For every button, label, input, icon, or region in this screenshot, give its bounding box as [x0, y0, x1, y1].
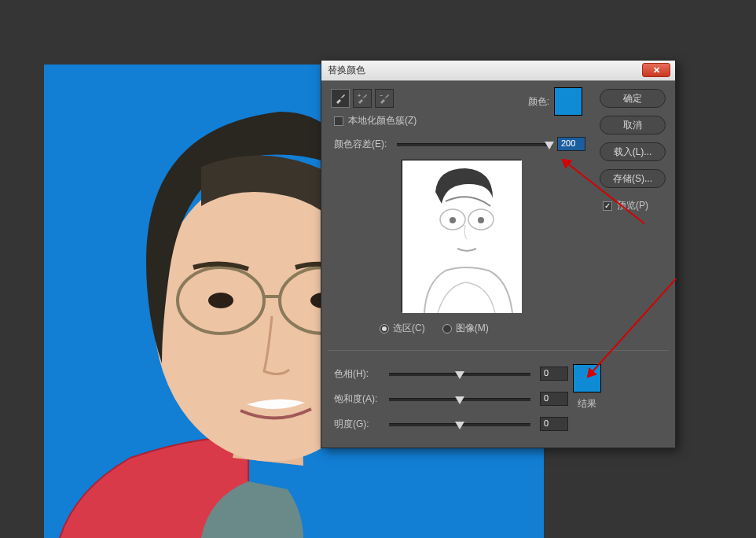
hue-label: 色相(H):: [334, 367, 369, 381]
result-label: 结果: [578, 397, 596, 411]
fuzziness-input[interactable]: 200: [557, 137, 585, 151]
save-button[interactable]: 存储(S)...: [600, 169, 666, 188]
color-label: 颜色:: [528, 95, 549, 109]
saturation-label: 饱和度(A):: [334, 392, 377, 406]
lightness-input[interactable]: 0: [540, 417, 568, 431]
svg-point-5: [208, 293, 233, 308]
saturation-slider[interactable]: [389, 398, 530, 401]
selection-preview: [402, 160, 521, 312]
fuzziness-slider[interactable]: [397, 143, 552, 146]
dialog-title: 替换颜色: [328, 64, 365, 77]
hue-slider[interactable]: [389, 373, 530, 376]
slider-thumb-icon[interactable]: [455, 396, 464, 404]
eyedropper-tool[interactable]: [331, 89, 350, 108]
selection-radio[interactable]: [380, 324, 389, 333]
selection-radio-label: 选区(C): [393, 322, 425, 335]
fuzziness-label: 颜色容差(E):: [334, 138, 387, 151]
svg-text:−: −: [380, 93, 383, 98]
lightness-label: 明度(G):: [334, 418, 369, 431]
slider-thumb-icon[interactable]: [545, 142, 554, 149]
lightness-slider[interactable]: [389, 423, 530, 426]
eyedropper-subtract-tool[interactable]: −: [375, 89, 394, 108]
dialog-titlebar[interactable]: 替换颜色 ✕: [321, 61, 675, 81]
slider-thumb-icon[interactable]: [455, 422, 464, 429]
saturation-input[interactable]: 0: [540, 392, 568, 406]
localized-checkbox[interactable]: [334, 116, 343, 126]
selection-color-swatch[interactable]: [554, 87, 582, 116]
ok-button[interactable]: 确定: [600, 89, 666, 108]
svg-text:+: +: [358, 93, 361, 98]
hue-input[interactable]: 0: [540, 367, 568, 381]
close-button[interactable]: ✕: [642, 63, 670, 77]
cancel-button[interactable]: 取消: [600, 116, 666, 134]
svg-point-12: [450, 217, 456, 223]
localized-label: 本地化颜色簇(Z): [348, 114, 417, 127]
replace-color-dialog: 替换颜色 ✕ + − 颜色: 本地化颜色簇(Z) 颜色容差(E): 200: [321, 60, 676, 448]
image-radio[interactable]: [442, 324, 452, 333]
preview-checkbox[interactable]: ✓: [603, 201, 612, 211]
image-radio-label: 图像(M): [456, 322, 489, 335]
eyedropper-add-tool[interactable]: +: [353, 89, 372, 108]
slider-thumb-icon[interactable]: [455, 371, 464, 379]
load-button[interactable]: 载入(L)...: [600, 142, 666, 161]
close-icon: ✕: [653, 65, 660, 76]
divider: [328, 350, 669, 351]
svg-point-13: [478, 217, 484, 223]
